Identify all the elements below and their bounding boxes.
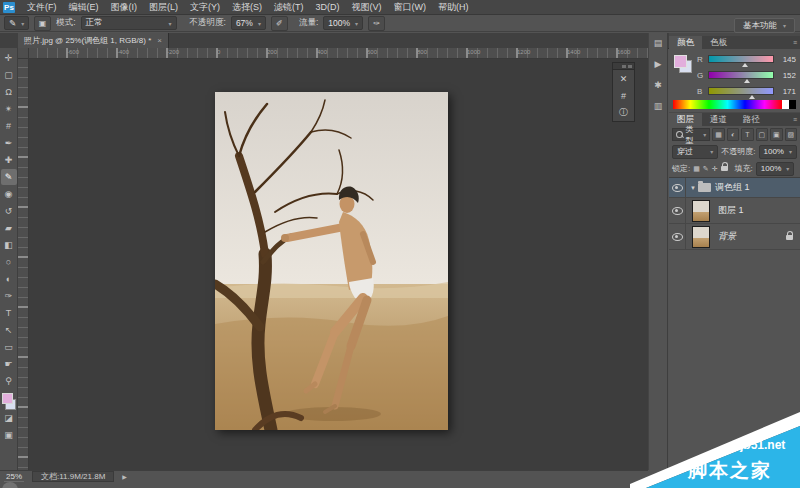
lock-all-icon[interactable] — [721, 166, 728, 171]
tool-hand[interactable]: ☛ — [1, 356, 17, 372]
layer-row-layer1[interactable]: 图层 1 — [669, 198, 800, 224]
document-tab[interactable]: 照片.jpg @ 25%(调色组 1, RGB/8) * × — [18, 33, 169, 48]
filter-pixel-layers-icon[interactable]: ▦ — [712, 128, 724, 141]
visibility-eye-icon[interactable] — [672, 184, 683, 192]
close-tab-icon[interactable]: × — [157, 36, 162, 45]
tool-type[interactable]: T — [1, 305, 17, 321]
layer-thumbnail[interactable] — [692, 200, 710, 222]
tab-paths[interactable]: 路径 — [735, 113, 768, 126]
filter-type-layers-icon[interactable]: T — [741, 128, 753, 141]
tool-brush[interactable]: ✎ — [1, 169, 17, 185]
lock-transparency-icon[interactable]: ▦ — [693, 165, 700, 173]
tab-color[interactable]: 颜色 — [669, 36, 702, 49]
airbrush-button[interactable]: ✑ — [368, 16, 385, 31]
tool-eraser[interactable]: ▰ — [1, 220, 17, 236]
channel-value[interactable]: 152 — [778, 71, 796, 80]
tool-crop[interactable]: # — [1, 118, 17, 134]
opacity-select[interactable]: 67% ▾ — [231, 16, 266, 30]
fill-select[interactable]: 100% ▾ — [756, 162, 794, 176]
filter-shape-layers-icon[interactable]: ▢ — [756, 128, 768, 141]
toggle-brush-panel-button[interactable]: ▣ — [34, 16, 51, 31]
tool-lasso[interactable]: Ω — [1, 84, 17, 100]
floating-panel-header[interactable] — [613, 63, 634, 70]
blue-slider[interactable] — [708, 87, 774, 95]
slider-marker-icon[interactable] — [744, 79, 750, 83]
pressure-opacity-button[interactable]: ✐ — [271, 16, 288, 31]
status-options-arrow-icon[interactable]: ▶ — [122, 473, 127, 480]
tool-history-brush[interactable]: ↺ — [1, 203, 17, 219]
layer-name[interactable]: 背景 — [718, 230, 736, 243]
filter-adjustment-layers-icon[interactable]: ◐ — [727, 128, 739, 141]
filter-toggle-icon[interactable]: ▨ — [785, 128, 797, 141]
group-expand-icon[interactable]: ▼ — [690, 185, 696, 191]
slider-marker-icon[interactable] — [749, 95, 755, 99]
tool-quick-selection[interactable]: ✴ — [1, 101, 17, 117]
green-slider[interactable] — [708, 71, 774, 79]
visibility-cell[interactable] — [669, 224, 686, 249]
layer-name[interactable]: 调色组 1 — [715, 181, 750, 194]
tool-move[interactable]: ✛ — [1, 50, 17, 66]
menu-layer[interactable]: 图层(L) — [143, 0, 184, 14]
spectrum-white-swatch[interactable] — [782, 100, 789, 109]
menu-select[interactable]: 选择(S) — [226, 0, 268, 14]
channel-value[interactable]: 171 — [778, 87, 796, 96]
count-icon[interactable]: # — [615, 87, 632, 104]
blend-mode-select[interactable]: 正常 ▾ — [81, 16, 177, 30]
menu-filter[interactable]: 滤镜(T) — [268, 0, 310, 14]
layer-filter-type-select[interactable]: 类型 ▾ — [672, 128, 710, 141]
layer-opacity-select[interactable]: 100% ▾ — [759, 145, 797, 159]
red-slider[interactable] — [708, 55, 774, 63]
foreground-color-swatch[interactable] — [2, 393, 13, 404]
panel-menu-icon[interactable]: ≡ — [793, 39, 797, 46]
tool-quick-mask[interactable]: ◪ — [1, 410, 17, 426]
flow-select[interactable]: 100% ▾ — [323, 16, 363, 30]
ruler-vertical[interactable] — [18, 58, 29, 470]
color-spectrum-ramp[interactable] — [673, 100, 796, 109]
visibility-eye-icon[interactable] — [672, 233, 683, 241]
lock-paint-icon[interactable]: ✎ — [703, 165, 709, 173]
tool-shape[interactable]: ▭ — [1, 339, 17, 355]
tool-rectangular-marquee[interactable]: ▢ — [1, 67, 17, 83]
menu-image[interactable]: 图像(I) — [105, 0, 144, 14]
foreground-color-swatch[interactable] — [674, 55, 687, 68]
histogram-panel-icon[interactable]: ▥ — [654, 101, 663, 111]
layer-name[interactable]: 图层 1 — [718, 204, 744, 217]
tool-dodge[interactable]: ◐ — [1, 271, 17, 287]
visibility-cell[interactable] — [669, 198, 686, 223]
menu-3d[interactable]: 3D(D) — [310, 0, 346, 14]
spectrum-gradient[interactable] — [673, 100, 782, 109]
zoom-level-field[interactable]: 25% — [4, 472, 24, 482]
tab-channels[interactable]: 通道 — [702, 113, 735, 126]
tool-pen[interactable]: ✑ — [1, 288, 17, 304]
visibility-cell[interactable] — [669, 178, 686, 197]
slider-marker-icon[interactable] — [742, 63, 748, 67]
ruler-horizontal[interactable]: -600 -400 -200 0 200 400 600 800 1000 12… — [18, 48, 648, 59]
panel-menu-icon[interactable]: ≡ — [793, 116, 797, 123]
color-swatches[interactable] — [2, 393, 16, 410]
menu-file[interactable]: 文件(F) — [21, 0, 63, 14]
document-image[interactable] — [215, 92, 448, 430]
layer-thumbnail[interactable] — [692, 226, 710, 248]
menu-help[interactable]: 帮助(H) — [432, 0, 475, 14]
lock-move-icon[interactable]: ✛ — [712, 165, 718, 173]
tool-path-selection[interactable]: ↖ — [1, 322, 17, 338]
tool-zoom[interactable]: ⚲ — [1, 373, 17, 389]
brush-preset-picker[interactable]: ✎ ▾ — [4, 16, 29, 30]
canvas-area[interactable]: -600 -400 -200 0 200 400 600 800 1000 12… — [18, 48, 648, 470]
tool-blur[interactable]: ○ — [1, 254, 17, 270]
tab-swatches[interactable]: 色板 — [702, 36, 735, 49]
layer-row-group[interactable]: ▼ 调色组 1 — [669, 178, 800, 198]
tool-eyedropper[interactable]: ✒ — [1, 135, 17, 151]
menu-window[interactable]: 窗口(W) — [388, 0, 433, 14]
menu-edit[interactable]: 编辑(E) — [63, 0, 105, 14]
channel-value[interactable]: 145 — [778, 55, 796, 64]
info-icon[interactable]: ⓘ — [615, 104, 632, 121]
layer-row-background[interactable]: 背景 — [669, 224, 800, 250]
panel-color-swatches[interactable] — [674, 55, 692, 73]
history-panel-icon[interactable]: ▤ — [654, 38, 663, 48]
actions-panel-icon[interactable]: ▶ — [655, 59, 662, 69]
tool-gradient[interactable]: ◧ — [1, 237, 17, 253]
filter-smart-objects-icon[interactable]: ▣ — [770, 128, 782, 141]
ruler-origin-corner[interactable] — [18, 48, 29, 59]
slice-icon[interactable]: ✕ — [615, 70, 632, 87]
